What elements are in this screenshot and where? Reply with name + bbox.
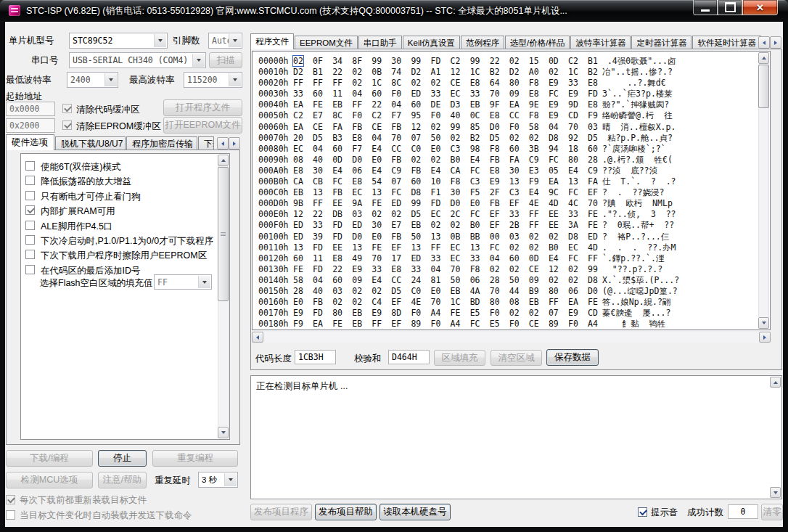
- option-row-6: 下次下载用户程序时擦除用户EEPROM区: [21, 248, 229, 263]
- window-title: STC-ISP (V6.82E) (销售电话: 0513-55012928) 官…: [26, 5, 665, 17]
- hex-vscrollbar-thumb[interactable]: [758, 65, 769, 108]
- autoload-on-change-checkbox[interactable]: [6, 510, 15, 520]
- max-baud-label: 最高波特率: [129, 74, 175, 86]
- flash-fill-label: 选择Flash空白区域的填充值: [40, 277, 153, 290]
- help-button[interactable]: 注意/帮助: [98, 472, 147, 488]
- hex-bytes: CA CB FC E8 54 07 60 10 F8 C3 E9 13 F9 E…: [293, 176, 598, 187]
- stop-button[interactable]: 停止: [98, 450, 147, 467]
- right-tab-6[interactable]: 波特率计算器: [570, 36, 631, 49]
- maximize-button[interactable]: [718, 0, 742, 15]
- left-tab-1[interactable]: 脱机下载/U8/U7: [55, 136, 126, 150]
- option-checkbox-5[interactable]: [25, 235, 35, 245]
- right-tab-4[interactable]: 范例程序: [461, 36, 504, 49]
- flash-fill-select[interactable]: FF: [154, 274, 212, 290]
- right-tab-2[interactable]: 串口助手: [358, 36, 402, 49]
- clear-eeprom-label: 清除EEPROM缓冲区: [76, 120, 161, 133]
- hex-address: 00120h: [258, 253, 289, 264]
- hex-address: 00130h: [258, 264, 289, 275]
- scroll-down-icon[interactable]: [758, 317, 769, 329]
- right-tab-8[interactable]: 软件延时计算器: [692, 36, 761, 49]
- scan-button[interactable]: 扫描: [209, 52, 242, 68]
- tab-scroll-right-icon[interactable]: [770, 36, 781, 49]
- clear-eeprom-checkbox[interactable]: [62, 120, 72, 130]
- hex-address: 00180h: [258, 319, 289, 330]
- option-checkbox-7[interactable]: [25, 265, 35, 274]
- hex-ascii: ?賟 欧杇 NMLp: [602, 198, 673, 209]
- hex-ascii: 答..娘Np.絸.?翤: [602, 297, 670, 308]
- tab-scroll-left-icon[interactable]: [758, 36, 770, 49]
- tab-scroll-right-icon[interactable]: [229, 137, 240, 150]
- hex-row-7: 00070h20 D5 B3 E8 04 70 07 50 02 B2 D5 0…: [253, 133, 757, 144]
- repeat-delay-label: 重复延时: [155, 475, 191, 487]
- option-checkbox-0[interactable]: [25, 161, 35, 171]
- min-baud-label: 最低波特率: [6, 74, 52, 86]
- hex-row-13: 000D0h9B FF EE 9A FE ED 99 FD D0 E0 FB E…: [253, 198, 757, 209]
- hex-address: 00100h: [258, 232, 289, 242]
- scroll-down-icon[interactable]: [218, 427, 229, 438]
- hex-address: 00110h: [258, 242, 289, 253]
- check-icon: [64, 105, 72, 112]
- scroll-down-icon[interactable]: [770, 487, 781, 498]
- scroll-left-icon[interactable]: [252, 332, 263, 343]
- left-tab-3[interactable]: 下载: [198, 136, 214, 150]
- check-icon: [7, 496, 15, 504]
- fill-region-button[interactable]: 区域填充: [434, 350, 485, 366]
- left-tab-2[interactable]: 程序加密后传输: [126, 136, 197, 150]
- tab-scroll-left-icon[interactable]: [217, 137, 229, 150]
- publish-help-button[interactable]: 发布项目帮助: [315, 504, 377, 520]
- hex-address: 00050h: [258, 110, 289, 121]
- serial-port-select[interactable]: USB-SERIAL CH340 (COM4): [69, 52, 206, 68]
- title-bar: STC-ISP (V6.82E) (销售电话: 0513-55012928) 官…: [0, 0, 788, 22]
- selected-byte[interactable]: 02: [292, 55, 304, 67]
- open-eeprom-button[interactable]: 打开EEPROM文件: [163, 117, 242, 134]
- hex-ascii: ? 0珉..帮+ ??: [602, 220, 674, 231]
- mcu-model-select[interactable]: STC89C52: [69, 33, 168, 49]
- reload-before-download-checkbox[interactable]: [6, 495, 15, 504]
- min-baud-select[interactable]: 2400: [67, 72, 118, 88]
- hex-bytes: C2 E7 8C F0 C2 F7 95 F0 40 0C E8 CC F8 E…: [293, 110, 598, 121]
- hex-hscrollbar[interactable]: [252, 332, 771, 343]
- beep-checkbox[interactable]: [638, 507, 647, 517]
- publish-program-button[interactable]: 发布项目程序: [250, 504, 312, 520]
- eeprom-address-field[interactable]: 0x2000: [6, 118, 55, 133]
- repeat-program-button[interactable]: 重复编程: [152, 450, 238, 467]
- option-checkbox-6[interactable]: [25, 250, 35, 259]
- code-address-field[interactable]: 0x0000: [6, 102, 55, 116]
- hex-viewer[interactable]: 00000h02 0F 34 8F 99 30 99 FD C2 99 22 0…: [252, 51, 771, 330]
- hex-rows: 00000h02 0F 34 8F 99 30 99 FD C2 99 22 0…: [253, 56, 757, 330]
- scroll-up-icon[interactable]: [758, 52, 769, 64]
- open-program-button[interactable]: 打开程序文件: [163, 99, 242, 116]
- clear-code-checkbox[interactable]: [62, 104, 72, 113]
- option-checkbox-2[interactable]: [25, 191, 35, 200]
- hex-bytes: 9B FF EE 9A FE ED 99 FD D0 E0 FB EF 4E 4…: [293, 198, 598, 209]
- right-tab-7[interactable]: 定时器计算器: [631, 36, 691, 49]
- option-checkbox-4[interactable]: [25, 221, 35, 230]
- detect-mcu-button[interactable]: 检测MCU选项: [6, 472, 93, 488]
- scroll-up-icon[interactable]: [770, 377, 781, 388]
- option-label-6: 下次下载用户程序时擦除用户EEPROM区: [41, 250, 207, 262]
- checksum-label: 校验和: [354, 353, 382, 365]
- left-tab-0[interactable]: 硬件选项: [6, 134, 54, 150]
- download-button[interactable]: 下载/编程: [6, 450, 93, 467]
- repeat-delay-select[interactable]: 3 秒: [198, 472, 238, 488]
- right-tab-1[interactable]: EEPROM文件: [295, 36, 358, 49]
- status-log[interactable]: 正在检测目标单片机 ...: [250, 375, 782, 499]
- read-disk-button[interactable]: 读取本机硬盘号: [379, 504, 451, 520]
- right-tab-3[interactable]: Keil仿真设置: [403, 36, 460, 49]
- clear-count-button[interactable]: 清零: [761, 504, 783, 520]
- right-tab-0[interactable]: 程序文件: [250, 33, 294, 49]
- save-data-button[interactable]: 保存数据: [546, 349, 599, 366]
- close-button[interactable]: ✕: [742, 0, 778, 15]
- chevron-down-icon: [224, 473, 237, 486]
- option-checkbox-3[interactable]: [25, 205, 35, 215]
- minimize-button[interactable]: [693, 0, 718, 15]
- app-icon: [9, 5, 20, 16]
- scroll-right-icon[interactable]: [759, 332, 771, 343]
- check-icon: [639, 508, 647, 516]
- option-checkbox-1[interactable]: [25, 176, 35, 185]
- right-tab-5[interactable]: 选型/价格/样品: [505, 36, 570, 49]
- clear-region-button[interactable]: 清空区域: [491, 350, 542, 366]
- status-message: 正在检测目标单片机 ...: [256, 380, 348, 393]
- pin-count-select[interactable]: Auto: [208, 33, 242, 49]
- max-baud-select[interactable]: 115200: [184, 72, 242, 88]
